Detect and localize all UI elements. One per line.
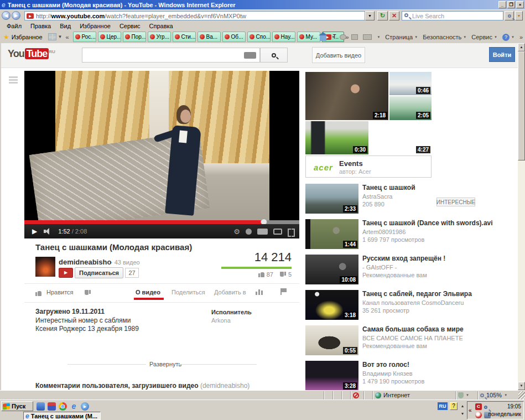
ad-thumbnail[interactable]: 0:46: [389, 72, 432, 95]
address-dropdown-button[interactable]: ▼: [365, 11, 375, 20]
statistics-icon[interactable]: [256, 288, 264, 295]
video-frame[interactable]: [24, 71, 299, 220]
start-button[interactable]: Пуск: [1, 401, 33, 411]
video-thumbnail[interactable]: 0:55: [305, 325, 358, 355]
tray-antivirus-icon[interactable]: C: [475, 403, 482, 410]
ad-thumbnail[interactable]: 2:05: [389, 96, 432, 120]
favorite-tab[interactable]: Му...: [297, 32, 320, 42]
video-thumbnail[interactable]: 3:28: [305, 361, 358, 390]
quick-launch-save-icon[interactable]: [48, 402, 56, 411]
search-go-button[interactable]: [505, 11, 514, 20]
favorites-dropdown-icon[interactable]: ▼: [56, 33, 64, 40]
favorite-tab[interactable]: Цер...: [98, 32, 121, 42]
favorite-tab[interactable]: Угр...: [148, 32, 171, 42]
collapse-tabs-icon[interactable]: «: [64, 33, 70, 42]
annotations-icon[interactable]: [246, 229, 252, 235]
wide-player-icon[interactable]: [257, 229, 268, 235]
video-thumbnail[interactable]: 10:08: [305, 255, 358, 284]
theater-mode-icon[interactable]: [273, 229, 282, 235]
read-mail-icon[interactable]: [351, 34, 358, 40]
scroll-down-icon[interactable]: ▼: [518, 382, 525, 390]
back-button[interactable]: ◀: [2, 11, 11, 20]
help-menu[interactable]: ?▼: [502, 34, 514, 41]
quick-launch-ie-icon[interactable]: e: [70, 402, 78, 411]
forward-button[interactable]: ▶: [12, 11, 20, 20]
flag-icon[interactable]: [280, 288, 287, 295]
live-search-input[interactable]: Live Search: [402, 11, 503, 20]
protected-mode-cell[interactable]: ▼: [455, 391, 477, 400]
search-options-dropdown[interactable]: ▼: [515, 11, 523, 20]
like-button-icon[interactable]: [35, 289, 43, 296]
youtube-logo[interactable]: YouTubeRU: [8, 48, 55, 60]
page-menu[interactable]: Страница▼: [385, 34, 418, 40]
tray-arrows-icon[interactable]: ▴▾: [460, 402, 465, 410]
home-icon[interactable]: [320, 35, 326, 41]
maximize-button[interactable]: ❐: [507, 1, 515, 8]
overflow-icon[interactable]: »: [519, 34, 523, 40]
tab-about[interactable]: О видео: [136, 289, 160, 295]
quick-launch-chrome-icon[interactable]: [59, 402, 67, 411]
artist-link[interactable]: Arkona: [211, 317, 231, 324]
subscribe-button[interactable]: Подписаться: [75, 267, 123, 278]
suggested-video-title[interactable]: Танец с шашкой (Dance with swords).avi: [362, 219, 516, 227]
menu-item[interactable]: Правка: [26, 22, 55, 30]
close-button[interactable]: ×: [516, 1, 524, 8]
suggested-video-title[interactable]: Вот это голос!: [362, 361, 516, 369]
seek-bar[interactable]: [24, 220, 299, 224]
suggested-video-item[interactable]: 10:08 Русским вход запрещён ! - GAlstOFF…: [305, 255, 518, 290]
keyboard-icon[interactable]: [244, 52, 256, 59]
favorite-tab[interactable]: Об...: [222, 32, 246, 42]
ad-thumbnail[interactable]: 2:18: [305, 72, 388, 120]
menu-item[interactable]: Файл: [2, 22, 26, 30]
menu-item[interactable]: Справка: [145, 22, 178, 30]
clock[interactable]: 19:05понедельник: [488, 403, 521, 418]
language-indicator[interactable]: RU: [438, 402, 448, 410]
hide-icons-chevron[interactable]: «: [469, 407, 472, 413]
ad-title[interactable]: Events: [339, 159, 363, 168]
favorite-tab[interactable]: Рос...: [73, 32, 96, 42]
like-button[interactable]: Нравится: [46, 289, 74, 295]
suggested-video-item[interactable]: 3:28 Вот это голос! Владимир Князев 1 47…: [305, 361, 518, 390]
channel-avatar[interactable]: [35, 257, 55, 277]
scrollbar-thumb[interactable]: [518, 51, 525, 160]
fullscreen-icon[interactable]: [288, 229, 295, 235]
menu-item[interactable]: Избранное: [75, 22, 115, 30]
safety-menu[interactable]: Безопасность▼: [423, 34, 466, 40]
video-thumbnail[interactable]: 3:18: [305, 290, 358, 320]
signin-button[interactable]: Войти: [489, 47, 515, 62]
channel-name[interactable]: demidneabisho: [59, 258, 111, 266]
taskbar-window-button[interactable]: eТанец с шашками (М...: [23, 412, 101, 420]
suggested-video-item[interactable]: 3:18 Танец с саблей, педагог Эльвира Кан…: [305, 290, 518, 325]
chevron-down-icon[interactable]: ▼: [331, 35, 335, 39]
video-player[interactable]: ▶ 1:52 / 2:08 ⚙: [24, 71, 299, 238]
youtube-search-input[interactable]: [82, 48, 260, 63]
stop-button[interactable]: ✕: [389, 11, 399, 20]
youtube-search-button[interactable]: [260, 48, 288, 63]
minimize-button[interactable]: _: [498, 1, 506, 8]
expand-description-button[interactable]: Развернуть: [149, 361, 181, 367]
window-titlebar[interactable]: e Танец с шашками (Молодая красивая) - Y…: [0, 0, 525, 9]
suggested-video-title[interactable]: Самая большая собака в мире: [362, 325, 516, 333]
refresh-button[interactable]: ↻: [377, 11, 388, 20]
video-thumbnail[interactable]: 2:33: [305, 184, 358, 214]
suggested-video-title[interactable]: Танец с шашкой: [362, 184, 516, 191]
help-tray-icon[interactable]: ?: [450, 402, 458, 410]
scroll-up-icon[interactable]: ▲: [518, 43, 525, 51]
print-icon[interactable]: [363, 34, 372, 40]
dislike-button[interactable]: [83, 290, 91, 297]
suggested-video-item[interactable]: 2:33 Танец с шашкой AstraSacra 205 890: [305, 184, 518, 219]
suggested-video-item[interactable]: 1:44 Танец с шашкой (Dance with swords).…: [305, 219, 518, 255]
menu-item[interactable]: Сервис: [115, 22, 145, 30]
tab-add-to[interactable]: Добавить в: [214, 289, 246, 295]
video-thumbnail[interactable]: 1:44: [305, 219, 358, 249]
page-scrollbar[interactable]: ▲ ▼: [518, 43, 525, 390]
menu-item[interactable]: Вид: [55, 22, 75, 30]
add-favorite-icon[interactable]: [48, 33, 56, 40]
quick-launch-media-player-icon[interactable]: ▶: [81, 402, 89, 411]
rss-feed-icon[interactable]: [340, 34, 346, 40]
suggested-video-title[interactable]: Танец с саблей, педагог Эльвира: [362, 290, 516, 298]
tools-menu[interactable]: Сервис▼: [471, 34, 497, 40]
favorite-tab[interactable]: Пор...: [123, 32, 146, 42]
favorite-tab[interactable]: Сти...: [173, 32, 196, 42]
guide-menu-icon[interactable]: [9, 76, 18, 84]
